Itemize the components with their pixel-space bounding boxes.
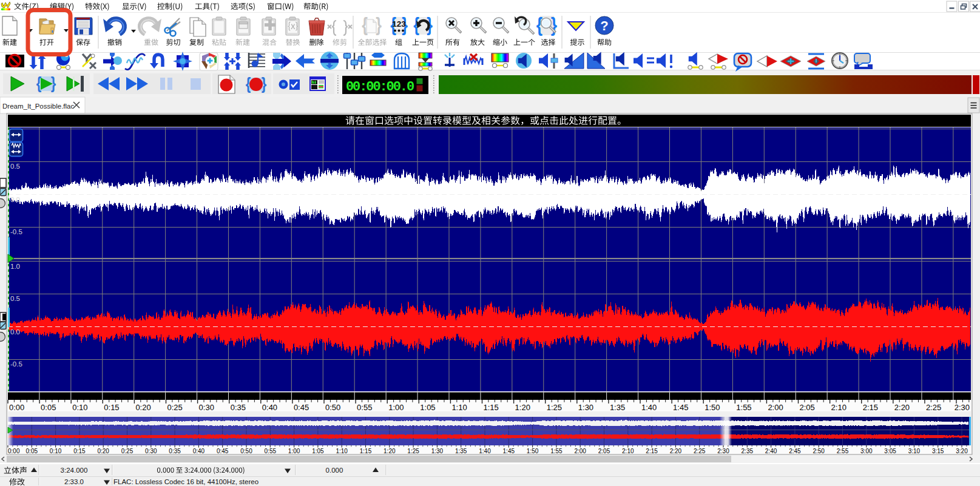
svg-text:0:15: 0:15 (104, 403, 119, 412)
svg-text:1:45: 1:45 (673, 403, 688, 412)
svg-text:00:00:00.0: 00:00:00.0 (346, 79, 414, 95)
svg-text:3:20: 3:20 (956, 448, 968, 454)
svg-text:0:50: 0:50 (240, 448, 252, 454)
svg-text:1:00: 1:00 (388, 403, 404, 412)
svg-text:3:24.000: 3:24.000 (61, 467, 88, 474)
svg-text:1:45: 1:45 (503, 448, 515, 454)
svg-text:0:55: 0:55 (265, 448, 277, 454)
svg-text:1:00: 1:00 (288, 448, 300, 454)
svg-text:123: 123 (392, 19, 406, 29)
svg-text:0:25: 0:25 (121, 448, 133, 454)
svg-text:0:00: 0:00 (8, 448, 20, 454)
svg-text:3:05: 3:05 (884, 448, 896, 454)
svg-text:0:20: 0:20 (97, 448, 109, 454)
svg-text:2:15: 2:15 (646, 448, 658, 454)
svg-text:1:05: 1:05 (420, 403, 435, 412)
svg-text:1:15: 1:15 (484, 403, 499, 412)
svg-text:0:50: 0:50 (325, 403, 340, 412)
svg-text:0:15: 0:15 (73, 448, 86, 454)
svg-text:1:20: 1:20 (515, 403, 530, 412)
svg-text:2:05: 2:05 (598, 448, 610, 454)
svg-text:0:55: 0:55 (357, 403, 372, 412)
svg-text:0:25: 0:25 (167, 403, 183, 412)
svg-text:2:30: 2:30 (955, 403, 970, 412)
svg-text:2:25: 2:25 (926, 403, 941, 412)
svg-text:2:20: 2:20 (670, 448, 682, 454)
svg-text:-0.5: -0.5 (10, 360, 22, 368)
svg-text:1:55: 1:55 (736, 403, 751, 412)
svg-text:2:05: 2:05 (800, 403, 815, 412)
svg-text:1:15: 1:15 (360, 448, 372, 454)
svg-text:1:35: 1:35 (455, 448, 467, 454)
svg-text:0.5: 0.5 (10, 163, 20, 170)
svg-text:3:15: 3:15 (932, 448, 944, 454)
svg-text:1:50: 1:50 (705, 403, 720, 412)
svg-text:1:10: 1:10 (336, 448, 348, 454)
svg-text:0:45: 0:45 (217, 448, 229, 454)
svg-text:2:00: 2:00 (768, 403, 783, 412)
svg-text:0:05: 0:05 (26, 448, 38, 454)
svg-text:3:10: 3:10 (908, 448, 921, 454)
svg-text:0:20: 0:20 (135, 403, 150, 412)
svg-text:2:15: 2:15 (863, 403, 878, 412)
svg-text:1:10: 1:10 (451, 403, 467, 412)
svg-text:2:33.0: 2:33.0 (64, 478, 84, 485)
svg-text:2:00: 2:00 (574, 448, 586, 454)
svg-text:0.5: 0.5 (10, 295, 20, 302)
svg-text:2:25: 2:25 (694, 448, 706, 454)
svg-text:0:45: 0:45 (294, 403, 309, 412)
svg-text:0:00: 0:00 (9, 403, 24, 412)
svg-text:1:55: 1:55 (550, 448, 563, 454)
svg-text:1:05: 1:05 (312, 448, 324, 454)
svg-text:1:40: 1:40 (479, 448, 491, 454)
svg-text:2:10: 2:10 (622, 448, 634, 454)
svg-text:-0.5: -0.5 (10, 228, 22, 235)
svg-text:2:45: 2:45 (789, 448, 801, 454)
svg-text:0.0: 0.0 (10, 328, 20, 336)
svg-text:1:50: 1:50 (527, 448, 539, 454)
svg-text:1:25: 1:25 (407, 448, 419, 454)
svg-text:1:40: 1:40 (641, 403, 657, 412)
svg-text:2:35: 2:35 (742, 448, 754, 454)
svg-text:0:30: 0:30 (145, 448, 157, 454)
svg-text:2:55: 2:55 (837, 448, 849, 454)
svg-text:2:50: 2:50 (813, 448, 825, 454)
svg-text:2:40: 2:40 (765, 448, 777, 454)
svg-text:1:20: 1:20 (384, 448, 396, 454)
svg-text:2:20: 2:20 (894, 403, 910, 412)
svg-text:0:40: 0:40 (262, 403, 277, 412)
svg-text:0:05: 0:05 (41, 403, 56, 412)
svg-text:0:10: 0:10 (72, 403, 87, 412)
svg-text:1.0: 1.0 (10, 263, 20, 270)
svg-text:1:25: 1:25 (547, 403, 562, 412)
svg-text:3:00: 3:00 (860, 448, 873, 454)
svg-text:2:10: 2:10 (831, 403, 847, 412)
svg-text:}: } (51, 73, 56, 92)
svg-text:1:30: 1:30 (578, 403, 593, 412)
svg-text:0.0: 0.0 (10, 196, 20, 203)
svg-text:?: ? (600, 18, 608, 33)
svg-text:Dream_It_Possible.flac: Dream_It_Possible.flac (2, 103, 74, 110)
svg-text:FLAC: Lossless Codec 16 bit, 4: FLAC: Lossless Codec 16 bit, 44100Hz, st… (113, 478, 259, 485)
svg-text:0:30: 0:30 (199, 403, 214, 412)
svg-text:1:35: 1:35 (610, 403, 625, 412)
svg-text:0:10: 0:10 (50, 448, 62, 454)
svg-text:0:40: 0:40 (193, 448, 205, 454)
svg-text:0.000: 0.000 (326, 467, 343, 474)
svg-text:0:35: 0:35 (169, 448, 181, 454)
svg-text:1:30: 1:30 (431, 448, 444, 454)
svg-text:0:35: 0:35 (231, 403, 246, 412)
svg-text:2:30: 2:30 (717, 448, 729, 454)
